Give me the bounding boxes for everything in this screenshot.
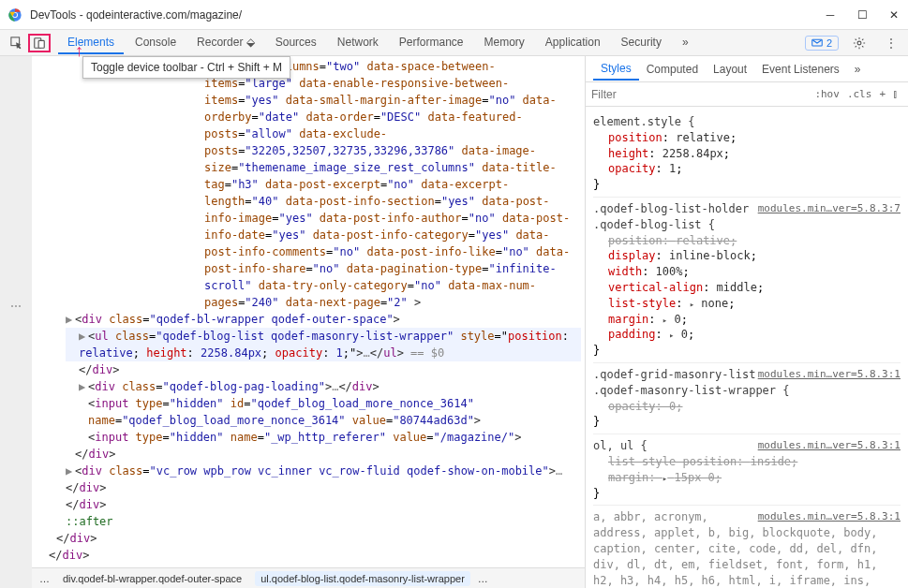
tab-console[interactable]: Console	[126, 32, 186, 54]
tabs-overflow[interactable]: »	[673, 32, 698, 54]
cls-toggle[interactable]: .cls	[843, 88, 876, 100]
settings-gear-icon[interactable]	[848, 34, 871, 52]
tab-elements[interactable]: Elements	[58, 32, 124, 54]
styles-pane-toggle[interactable]: ⫿	[889, 88, 902, 100]
tab-recorder[interactable]: Recorder ⬙	[187, 32, 264, 54]
inspect-element-button[interactable]	[6, 34, 28, 52]
breadcrumb-item[interactable]: div.qodef-bl-wrapper.qodef-outer-space	[57, 571, 247, 586]
styles-tab-layout[interactable]: Layout	[706, 59, 754, 80]
svg-rect-5	[38, 40, 44, 48]
messages-badge[interactable]: 2	[805, 36, 839, 51]
source-link[interactable]: modules.min…ver=5.8.3:7	[758, 201, 901, 215]
source-link[interactable]: modules.min…ver=5.8.3:1	[758, 367, 901, 381]
maximize-button[interactable]: ☐	[856, 8, 869, 22]
elements-dom-tree[interactable]: number-of-columns="two" data-space-betwe…	[32, 56, 585, 567]
styles-filter-input[interactable]	[591, 88, 811, 101]
tab-performance[interactable]: Performance	[390, 32, 473, 54]
window-titlebar: DevTools - qodeinteractive.com/magazine/…	[0, 0, 908, 30]
devtools-toolbar: Elements Console Recorder ⬙ Sources Netw…	[0, 30, 908, 56]
more-menu-icon[interactable]: ⋮	[880, 34, 902, 52]
styles-panel: Styles Computed Layout Event Listeners »…	[585, 56, 908, 588]
minimize-button[interactable]: ─	[824, 8, 837, 22]
styles-tab-styles[interactable]: Styles	[593, 58, 639, 81]
dom-attrs-block: number-of-columns="two" data-space-betwe…	[36, 58, 581, 311]
styles-tab-computed[interactable]: Computed	[639, 59, 706, 80]
tab-application[interactable]: Application	[536, 32, 610, 54]
device-toolbar-tooltip: Toggle device toolbar - Ctrl + Shift + M	[82, 56, 290, 79]
svg-point-7	[857, 41, 861, 45]
chrome-icon	[7, 7, 22, 22]
hov-toggle[interactable]: :hov	[811, 88, 843, 100]
close-button[interactable]: ✕	[887, 8, 901, 22]
new-rule-button[interactable]: +	[875, 88, 889, 100]
toggle-device-toolbar-button[interactable]	[28, 34, 51, 52]
tab-network[interactable]: Network	[328, 32, 388, 54]
tab-memory[interactable]: Memory	[475, 32, 534, 54]
breadcrumb-ellipsis[interactable]: …	[478, 573, 488, 584]
tab-sources[interactable]: Sources	[266, 32, 326, 54]
source-link[interactable]: modules.min…ver=5.8.3:1	[758, 438, 901, 452]
left-gutter: ⋯	[0, 56, 32, 588]
breadcrumb-bar: … div.qodef-bl-wrapper.qodef-outer-space…	[32, 567, 585, 588]
tab-security[interactable]: Security	[612, 32, 671, 54]
styles-rules-list[interactable]: element.style {position: relative;height…	[586, 107, 908, 588]
styles-tabs-overflow[interactable]: »	[847, 59, 869, 80]
breadcrumb-ellipsis[interactable]: …	[39, 573, 50, 584]
window-title: DevTools - qodeinteractive.com/magazine/	[30, 8, 824, 22]
breadcrumb-item-selected[interactable]: ul.qodef-blog-list.qodef-masonry-list-wr…	[255, 571, 470, 586]
panel-tabs: Elements Console Recorder ⬙ Sources Netw…	[58, 32, 698, 54]
styles-tab-event-listeners[interactable]: Event Listeners	[754, 59, 847, 80]
